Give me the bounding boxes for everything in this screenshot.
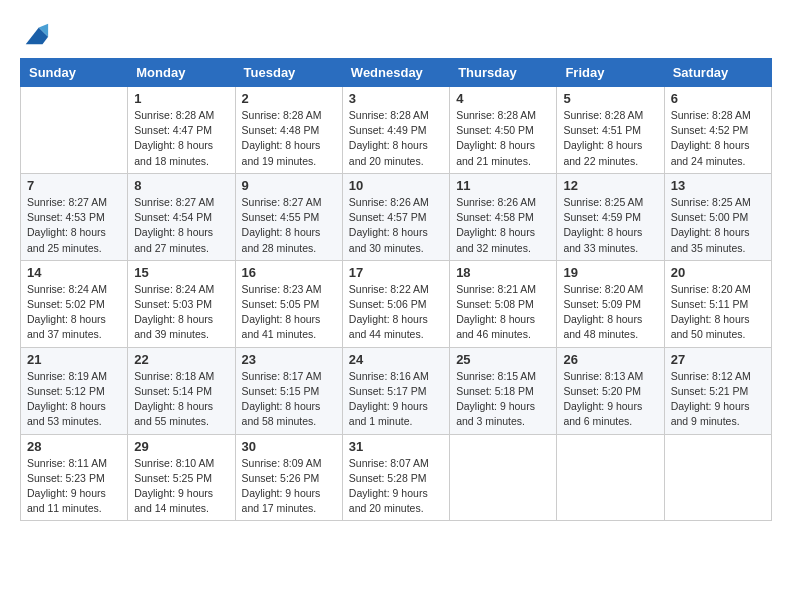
day-info: Sunrise: 8:28 AMSunset: 4:50 PMDaylight:… bbox=[456, 108, 550, 169]
day-number: 21 bbox=[27, 352, 121, 367]
day-info: Sunrise: 8:07 AMSunset: 5:28 PMDaylight:… bbox=[349, 456, 443, 517]
header-cell-saturday: Saturday bbox=[664, 59, 771, 87]
day-info: Sunrise: 8:18 AMSunset: 5:14 PMDaylight:… bbox=[134, 369, 228, 430]
day-number: 12 bbox=[563, 178, 657, 193]
day-number: 7 bbox=[27, 178, 121, 193]
day-info: Sunrise: 8:22 AMSunset: 5:06 PMDaylight:… bbox=[349, 282, 443, 343]
calendar-week-row: 7Sunrise: 8:27 AMSunset: 4:53 PMDaylight… bbox=[21, 173, 772, 260]
day-info: Sunrise: 8:28 AMSunset: 4:51 PMDaylight:… bbox=[563, 108, 657, 169]
day-number: 10 bbox=[349, 178, 443, 193]
day-info: Sunrise: 8:10 AMSunset: 5:25 PMDaylight:… bbox=[134, 456, 228, 517]
calendar-week-row: 14Sunrise: 8:24 AMSunset: 5:02 PMDayligh… bbox=[21, 260, 772, 347]
day-number: 18 bbox=[456, 265, 550, 280]
calendar-cell: 27Sunrise: 8:12 AMSunset: 5:21 PMDayligh… bbox=[664, 347, 771, 434]
day-number: 26 bbox=[563, 352, 657, 367]
calendar-cell: 19Sunrise: 8:20 AMSunset: 5:09 PMDayligh… bbox=[557, 260, 664, 347]
day-info: Sunrise: 8:24 AMSunset: 5:02 PMDaylight:… bbox=[27, 282, 121, 343]
calendar-cell: 23Sunrise: 8:17 AMSunset: 5:15 PMDayligh… bbox=[235, 347, 342, 434]
day-number: 31 bbox=[349, 439, 443, 454]
day-info: Sunrise: 8:26 AMSunset: 4:58 PMDaylight:… bbox=[456, 195, 550, 256]
day-info: Sunrise: 8:25 AMSunset: 4:59 PMDaylight:… bbox=[563, 195, 657, 256]
logo bbox=[20, 20, 50, 48]
day-info: Sunrise: 8:09 AMSunset: 5:26 PMDaylight:… bbox=[242, 456, 336, 517]
calendar-cell: 14Sunrise: 8:24 AMSunset: 5:02 PMDayligh… bbox=[21, 260, 128, 347]
calendar-cell: 18Sunrise: 8:21 AMSunset: 5:08 PMDayligh… bbox=[450, 260, 557, 347]
calendar-week-row: 21Sunrise: 8:19 AMSunset: 5:12 PMDayligh… bbox=[21, 347, 772, 434]
calendar-cell: 1Sunrise: 8:28 AMSunset: 4:47 PMDaylight… bbox=[128, 87, 235, 174]
day-info: Sunrise: 8:16 AMSunset: 5:17 PMDaylight:… bbox=[349, 369, 443, 430]
day-number: 22 bbox=[134, 352, 228, 367]
day-number: 1 bbox=[134, 91, 228, 106]
calendar-body: 1Sunrise: 8:28 AMSunset: 4:47 PMDaylight… bbox=[21, 87, 772, 521]
day-number: 17 bbox=[349, 265, 443, 280]
logo-icon bbox=[22, 20, 50, 48]
day-info: Sunrise: 8:27 AMSunset: 4:53 PMDaylight:… bbox=[27, 195, 121, 256]
day-info: Sunrise: 8:21 AMSunset: 5:08 PMDaylight:… bbox=[456, 282, 550, 343]
day-number: 19 bbox=[563, 265, 657, 280]
calendar-cell: 9Sunrise: 8:27 AMSunset: 4:55 PMDaylight… bbox=[235, 173, 342, 260]
header-cell-wednesday: Wednesday bbox=[342, 59, 449, 87]
day-info: Sunrise: 8:17 AMSunset: 5:15 PMDaylight:… bbox=[242, 369, 336, 430]
day-number: 9 bbox=[242, 178, 336, 193]
day-info: Sunrise: 8:28 AMSunset: 4:48 PMDaylight:… bbox=[242, 108, 336, 169]
day-number: 8 bbox=[134, 178, 228, 193]
header-cell-friday: Friday bbox=[557, 59, 664, 87]
calendar-cell: 17Sunrise: 8:22 AMSunset: 5:06 PMDayligh… bbox=[342, 260, 449, 347]
day-number: 11 bbox=[456, 178, 550, 193]
day-number: 2 bbox=[242, 91, 336, 106]
day-number: 25 bbox=[456, 352, 550, 367]
day-info: Sunrise: 8:27 AMSunset: 4:55 PMDaylight:… bbox=[242, 195, 336, 256]
day-info: Sunrise: 8:28 AMSunset: 4:49 PMDaylight:… bbox=[349, 108, 443, 169]
calendar-week-row: 1Sunrise: 8:28 AMSunset: 4:47 PMDaylight… bbox=[21, 87, 772, 174]
day-number: 30 bbox=[242, 439, 336, 454]
calendar-cell bbox=[664, 434, 771, 521]
calendar-cell: 16Sunrise: 8:23 AMSunset: 5:05 PMDayligh… bbox=[235, 260, 342, 347]
day-info: Sunrise: 8:19 AMSunset: 5:12 PMDaylight:… bbox=[27, 369, 121, 430]
calendar-cell: 8Sunrise: 8:27 AMSunset: 4:54 PMDaylight… bbox=[128, 173, 235, 260]
calendar-cell: 31Sunrise: 8:07 AMSunset: 5:28 PMDayligh… bbox=[342, 434, 449, 521]
day-number: 28 bbox=[27, 439, 121, 454]
calendar-cell: 11Sunrise: 8:26 AMSunset: 4:58 PMDayligh… bbox=[450, 173, 557, 260]
header-cell-tuesday: Tuesday bbox=[235, 59, 342, 87]
calendar-cell: 4Sunrise: 8:28 AMSunset: 4:50 PMDaylight… bbox=[450, 87, 557, 174]
calendar-cell: 12Sunrise: 8:25 AMSunset: 4:59 PMDayligh… bbox=[557, 173, 664, 260]
calendar-cell: 20Sunrise: 8:20 AMSunset: 5:11 PMDayligh… bbox=[664, 260, 771, 347]
day-info: Sunrise: 8:25 AMSunset: 5:00 PMDaylight:… bbox=[671, 195, 765, 256]
calendar-cell: 6Sunrise: 8:28 AMSunset: 4:52 PMDaylight… bbox=[664, 87, 771, 174]
calendar-cell: 5Sunrise: 8:28 AMSunset: 4:51 PMDaylight… bbox=[557, 87, 664, 174]
day-info: Sunrise: 8:11 AMSunset: 5:23 PMDaylight:… bbox=[27, 456, 121, 517]
day-number: 16 bbox=[242, 265, 336, 280]
calendar-cell bbox=[21, 87, 128, 174]
day-info: Sunrise: 8:27 AMSunset: 4:54 PMDaylight:… bbox=[134, 195, 228, 256]
day-info: Sunrise: 8:13 AMSunset: 5:20 PMDaylight:… bbox=[563, 369, 657, 430]
header-cell-thursday: Thursday bbox=[450, 59, 557, 87]
calendar-cell: 10Sunrise: 8:26 AMSunset: 4:57 PMDayligh… bbox=[342, 173, 449, 260]
day-number: 14 bbox=[27, 265, 121, 280]
calendar-cell: 26Sunrise: 8:13 AMSunset: 5:20 PMDayligh… bbox=[557, 347, 664, 434]
calendar-cell: 15Sunrise: 8:24 AMSunset: 5:03 PMDayligh… bbox=[128, 260, 235, 347]
day-number: 23 bbox=[242, 352, 336, 367]
day-number: 27 bbox=[671, 352, 765, 367]
header-row: SundayMondayTuesdayWednesdayThursdayFrid… bbox=[21, 59, 772, 87]
calendar-cell: 25Sunrise: 8:15 AMSunset: 5:18 PMDayligh… bbox=[450, 347, 557, 434]
day-number: 3 bbox=[349, 91, 443, 106]
calendar-header: SundayMondayTuesdayWednesdayThursdayFrid… bbox=[21, 59, 772, 87]
day-number: 5 bbox=[563, 91, 657, 106]
calendar-cell: 30Sunrise: 8:09 AMSunset: 5:26 PMDayligh… bbox=[235, 434, 342, 521]
day-number: 6 bbox=[671, 91, 765, 106]
header-cell-sunday: Sunday bbox=[21, 59, 128, 87]
calendar-cell: 2Sunrise: 8:28 AMSunset: 4:48 PMDaylight… bbox=[235, 87, 342, 174]
day-info: Sunrise: 8:20 AMSunset: 5:09 PMDaylight:… bbox=[563, 282, 657, 343]
calendar-cell: 28Sunrise: 8:11 AMSunset: 5:23 PMDayligh… bbox=[21, 434, 128, 521]
header-cell-monday: Monday bbox=[128, 59, 235, 87]
day-number: 20 bbox=[671, 265, 765, 280]
day-info: Sunrise: 8:23 AMSunset: 5:05 PMDaylight:… bbox=[242, 282, 336, 343]
day-info: Sunrise: 8:15 AMSunset: 5:18 PMDaylight:… bbox=[456, 369, 550, 430]
calendar-table: SundayMondayTuesdayWednesdayThursdayFrid… bbox=[20, 58, 772, 521]
calendar-week-row: 28Sunrise: 8:11 AMSunset: 5:23 PMDayligh… bbox=[21, 434, 772, 521]
calendar-cell: 13Sunrise: 8:25 AMSunset: 5:00 PMDayligh… bbox=[664, 173, 771, 260]
day-info: Sunrise: 8:26 AMSunset: 4:57 PMDaylight:… bbox=[349, 195, 443, 256]
day-info: Sunrise: 8:28 AMSunset: 4:52 PMDaylight:… bbox=[671, 108, 765, 169]
day-info: Sunrise: 8:20 AMSunset: 5:11 PMDaylight:… bbox=[671, 282, 765, 343]
day-info: Sunrise: 8:28 AMSunset: 4:47 PMDaylight:… bbox=[134, 108, 228, 169]
